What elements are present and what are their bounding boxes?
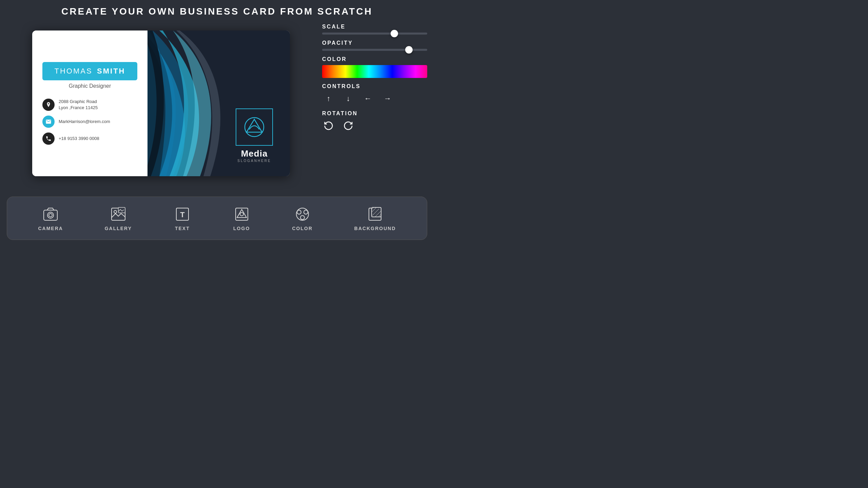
background-icon-container [366,205,384,223]
card-left-panel: THOMAS SMITH Graphic Designer 2088 Graph… [32,30,147,176]
right-panel: SCALE OPACITY COLOR CONTROLS ↑ ↓ ← → ROT… [322,20,427,186]
phone-item: +18 9153 3990 0008 [42,133,137,145]
toolbar-item-color[interactable]: COLOR [292,205,313,231]
logo-symbol [242,115,266,139]
scale-section: SCALE [322,24,427,35]
svg-point-5 [49,214,52,217]
scale-label: SCALE [322,24,427,30]
address-text: 2088 Graphic Road Lyon ,France 11425 [59,99,98,111]
logo-label: LOGO [233,226,250,231]
opacity-label: OPACITY [322,40,427,46]
card-preview-area: THOMAS SMITH Graphic Designer 2088 Graph… [7,20,315,186]
svg-point-13 [240,212,243,216]
svg-marker-12 [237,209,246,218]
address-item: 2088 Graphic Road Lyon ,France 11425 [42,99,137,111]
email-text: MarkHarrison@lorem.com [59,119,110,125]
card-right-panel: Media SLOGANHERE [147,30,290,176]
address-icon [42,99,55,111]
first-name: THOMAS [55,67,93,75]
controls-label: CONTROLS [322,83,427,89]
move-up-button[interactable]: ↑ [322,92,335,105]
color-icon-container [294,205,311,223]
svg-point-16 [304,210,308,214]
svg-point-17 [300,216,304,220]
logo-icon-container [233,205,251,223]
last-name: SMITH [97,67,125,75]
rotation-label: ROTATION [322,110,427,117]
toolbar-item-gallery[interactable]: GALLERY [105,205,132,231]
opacity-section: OPACITY [322,40,427,51]
text-icon: T [174,206,191,222]
camera-icon-container [42,205,59,223]
svg-point-15 [297,210,301,214]
background-icon [367,206,383,222]
job-title: Graphic Designer [42,83,137,89]
camera-icon [42,206,59,222]
email-item: MarkHarrison@lorem.com [42,116,137,128]
move-left-button[interactable]: ← [361,92,374,105]
logo-slogan: SLOGANHERE [236,159,273,163]
text-icon-container: T [174,205,191,223]
logo-box [236,108,273,146]
svg-text:T: T [180,210,185,219]
color-tool-icon [294,206,311,222]
name-banner: THOMAS SMITH [42,62,137,80]
toolbar-item-background[interactable]: BACKGROUND [354,205,396,231]
page-title: CREATE YOUR OWN BUSINESS CARD FROM SCRAT… [0,0,434,20]
business-card: THOMAS SMITH Graphic Designer 2088 Graph… [32,30,290,176]
rotation-section: ROTATION [322,110,427,132]
rotation-controls [322,119,427,132]
phone-text: +18 9153 3990 0008 [59,136,99,142]
email-icon [45,119,52,125]
svg-rect-3 [44,210,57,220]
background-label: BACKGROUND [354,226,396,231]
camera-label: CAMERA [38,226,63,231]
color-picker-bar[interactable] [322,65,427,78]
rotate-ccw-button[interactable] [322,119,335,132]
phone-icon [45,136,52,142]
direction-controls: ↑ ↓ ← → [322,92,427,105]
gallery-icon-container [110,205,127,223]
email-icon-bg [42,116,55,128]
text-label: TEXT [175,226,190,231]
svg-point-7 [114,210,117,213]
contact-list: 2088 Graphic Road Lyon ,France 11425 Mar… [42,99,137,145]
controls-section: CONTROLS ↑ ↓ ← → [322,83,427,105]
rotate-cw-button[interactable] [342,119,355,132]
rotate-cw-icon [343,121,353,131]
toolbar-item-logo[interactable]: LOGO [233,205,251,231]
move-down-button[interactable]: ↓ [342,92,355,105]
color-label: COLOR [322,56,427,62]
gallery-label: GALLERY [105,226,132,231]
toolbar-item-camera[interactable]: CAMERA [38,205,63,231]
rotate-ccw-icon [323,121,334,131]
opacity-slider[interactable] [322,49,427,51]
color-tool-label: COLOR [292,226,313,231]
logo-area: Media SLOGANHERE [236,108,273,163]
phone-icon-bg [42,133,55,145]
svg-point-4 [47,212,54,218]
logo-icon [234,206,250,222]
move-right-button[interactable]: → [381,92,394,105]
bottom-toolbar: CAMERA GALLERY T TEXT [7,197,427,240]
scale-slider[interactable] [322,33,427,35]
location-icon [45,102,52,108]
logo-text: Media [236,148,273,159]
toolbar-item-text[interactable]: T TEXT [174,205,191,231]
gallery-icon [110,206,126,222]
color-section: COLOR [322,56,427,78]
svg-point-1 [245,118,264,137]
